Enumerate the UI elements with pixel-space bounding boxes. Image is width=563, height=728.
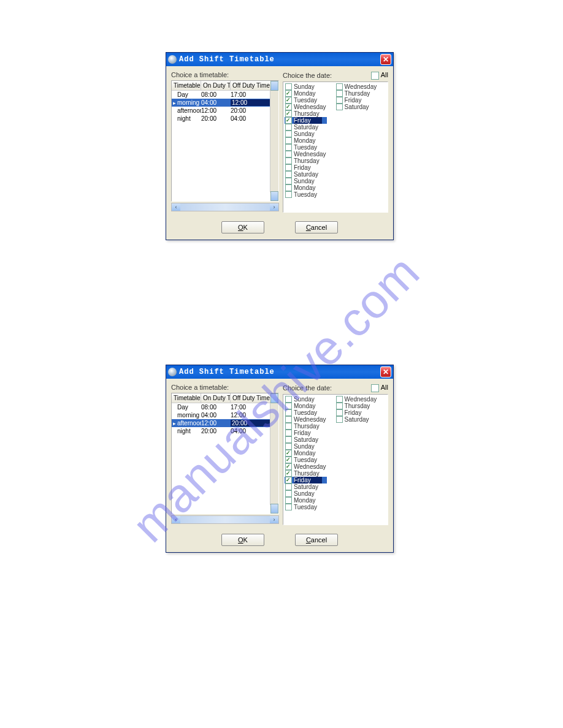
date-checkbox-row[interactable]: Thursday [285, 423, 327, 430]
date-checkbox-row[interactable]: Tuesday [285, 409, 327, 416]
table-row[interactable]: night20:0004:00 [172, 115, 278, 123]
ok-button[interactable]: OK [221, 221, 264, 233]
checkbox[interactable] [285, 117, 292, 124]
date-checkbox-row[interactable]: Sunday [285, 396, 327, 403]
date-list[interactable]: SundayMondayTuesdayWednesdayThursdayFrid… [283, 394, 388, 525]
checkbox[interactable] [285, 97, 292, 104]
vertical-scrollbar[interactable] [270, 89, 278, 192]
titlebar[interactable]: Add Shift Timetable ✕ [166, 53, 393, 66]
checkbox[interactable] [336, 97, 343, 104]
date-checkbox-row[interactable]: Saturday [285, 436, 327, 443]
table-row[interactable]: morning04:0012:00 [172, 411, 278, 419]
cancel-button[interactable]: Cancel [295, 221, 338, 233]
all-checkbox[interactable] [371, 384, 379, 392]
close-button[interactable]: ✕ [380, 366, 391, 377]
all-checkbox-wrap[interactable]: All [371, 384, 388, 392]
close-button[interactable]: ✕ [380, 54, 391, 65]
date-checkbox-row[interactable]: Thursday [285, 110, 327, 117]
date-checkbox-row[interactable]: Saturday [285, 483, 327, 490]
scroll-right-icon[interactable]: › [270, 203, 278, 211]
checkbox[interactable] [285, 457, 292, 463]
checkbox[interactable] [285, 396, 292, 403]
col-timetable[interactable]: Timetable ... [172, 393, 201, 403]
checkbox[interactable] [336, 409, 343, 416]
date-checkbox-row[interactable]: Sunday [285, 178, 327, 184]
checkbox[interactable] [285, 450, 292, 457]
date-checkbox-row[interactable]: Tuesday [285, 504, 327, 510]
all-checkbox-wrap[interactable]: All [371, 71, 388, 80]
date-checkbox-row[interactable]: Wednesday [285, 151, 327, 157]
checkbox[interactable] [285, 151, 292, 157]
date-checkbox-row[interactable]: Monday [285, 90, 327, 97]
table-row[interactable]: Day08:0017:00 [172, 403, 278, 411]
vertical-scrollbar[interactable] [270, 402, 278, 505]
date-checkbox-row[interactable]: Monday [285, 497, 327, 504]
checkbox[interactable] [285, 436, 292, 443]
date-checkbox-row[interactable]: Wednesday [285, 416, 327, 423]
titlebar[interactable]: Add Shift Timetable ✕ [166, 365, 393, 379]
checkbox[interactable] [285, 409, 292, 416]
ok-button[interactable]: OK [221, 534, 264, 546]
checkbox[interactable] [285, 490, 292, 497]
date-checkbox-row[interactable]: Thursday [335, 403, 378, 409]
date-checkbox-row[interactable]: Saturday [285, 124, 327, 131]
horizontal-scrollbar[interactable]: ‹ › [171, 515, 279, 524]
checkbox[interactable] [285, 430, 292, 436]
checkbox[interactable] [336, 90, 343, 97]
date-checkbox-row[interactable]: Saturday [285, 171, 327, 178]
checkbox[interactable] [285, 423, 292, 430]
date-checkbox-row[interactable]: Friday [285, 430, 327, 436]
timetable-grid[interactable]: Timetable ... On Duty Ti... Off Duty Tim… [171, 80, 279, 202]
checkbox[interactable] [285, 104, 292, 110]
checkbox[interactable] [285, 110, 292, 117]
date-list[interactable]: SundayMondayTuesdayWednesdayThursdayFrid… [283, 82, 388, 213]
timetable-grid[interactable]: Timetable ... On Duty Ti... Off Duty Tim… [171, 393, 279, 514]
table-row[interactable]: night20:0004:00 [172, 427, 278, 435]
date-checkbox-row[interactable]: Wednesday [285, 463, 327, 470]
date-checkbox-row[interactable]: Sunday [285, 443, 327, 450]
date-checkbox-row[interactable]: Friday [285, 164, 327, 171]
col-timetable[interactable]: Timetable ... [172, 81, 201, 90]
scroll-right-icon[interactable]: › [270, 516, 278, 523]
checkbox[interactable] [336, 416, 343, 423]
col-onduty[interactable]: On Duty Ti... [201, 81, 231, 90]
checkbox[interactable] [285, 470, 292, 477]
checkbox[interactable] [336, 104, 343, 110]
checkbox[interactable] [285, 137, 292, 144]
date-checkbox-row[interactable]: Wednesday [335, 396, 378, 403]
date-checkbox-row[interactable]: Monday [285, 137, 327, 144]
all-checkbox[interactable] [371, 72, 379, 80]
checkbox[interactable] [285, 463, 292, 470]
checkbox[interactable] [285, 171, 292, 178]
checkbox[interactable] [285, 477, 292, 483]
checkbox[interactable] [285, 191, 292, 198]
date-checkbox-row[interactable]: Thursday [285, 157, 327, 164]
checkbox[interactable] [285, 178, 292, 184]
date-checkbox-row[interactable]: Friday [335, 409, 378, 416]
checkbox[interactable] [285, 83, 292, 90]
table-row[interactable]: ▸morning04:0012:00 [172, 99, 278, 107]
date-checkbox-row[interactable]: Friday [285, 477, 327, 483]
date-checkbox-row[interactable]: Friday [285, 117, 327, 124]
col-offduty[interactable]: Off Duty Time [231, 393, 272, 403]
date-checkbox-row[interactable]: Tuesday [285, 191, 327, 198]
date-checkbox-row[interactable]: Wednesday [335, 83, 378, 90]
table-row[interactable]: Day08:0017:00 [172, 91, 278, 99]
date-checkbox-row[interactable]: Sunday [285, 83, 327, 90]
date-checkbox-row[interactable]: Tuesday [285, 457, 327, 463]
date-checkbox-row[interactable]: Sunday [285, 490, 327, 497]
checkbox[interactable] [336, 403, 343, 409]
table-row[interactable]: ▸afternoon12:0020:00 [172, 419, 278, 427]
checkbox[interactable] [285, 416, 292, 423]
date-checkbox-row[interactable]: Sunday [285, 131, 327, 137]
horizontal-scrollbar[interactable]: ‹ › [171, 203, 279, 211]
date-checkbox-row[interactable]: Tuesday [285, 144, 327, 151]
checkbox[interactable] [285, 144, 292, 151]
table-row[interactable]: afternoon12:0020:00 [172, 107, 278, 115]
checkbox[interactable] [285, 504, 292, 510]
cancel-button[interactable]: Cancel [295, 534, 338, 546]
checkbox[interactable] [285, 483, 292, 490]
date-checkbox-row[interactable]: Tuesday [285, 97, 327, 104]
date-checkbox-row[interactable]: Wednesday [285, 104, 327, 110]
date-checkbox-row[interactable]: Monday [285, 450, 327, 457]
